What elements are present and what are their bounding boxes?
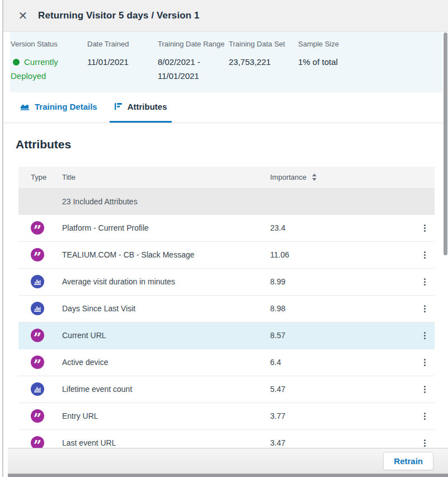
scrollbar-thumb[interactable] — [444, 32, 447, 255]
field-label: Date Trained — [87, 40, 158, 48]
table-row[interactable]: ” Current URL 8.57 — [18, 322, 435, 349]
field-training-date-range: Training Date Range 8/02/2021 - 11/01/20… — [158, 40, 227, 83]
kebab-menu-icon[interactable] — [422, 330, 428, 342]
attribute-importance: 3.77 — [270, 411, 412, 420]
tab-training-details[interactable]: Training Details — [16, 92, 102, 123]
kebab-menu-icon[interactable] — [422, 276, 428, 288]
attribute-importance: 6.4 — [270, 358, 412, 367]
attribute-title: Last event URL — [62, 438, 270, 447]
table-row[interactable]: ” Active device 6.4 — [18, 349, 435, 376]
column-header-importance: Importance — [270, 173, 306, 181]
field-training-data-set: Training Data Set 23,753,221 — [227, 40, 298, 83]
field-value: 23,753,221 — [229, 55, 298, 69]
kebab-menu-icon[interactable] — [422, 437, 428, 449]
field-label: Training Date Range — [158, 40, 227, 48]
tab-label: Attributes — [128, 102, 167, 111]
attribute-title: Average visit duration in minutes — [62, 277, 270, 286]
quotes-icon: ” — [31, 329, 44, 342]
quotes-icon: ” — [31, 409, 44, 423]
panel-header: ✕ Returning Visitor 5 days / Version 1 — [3, 0, 448, 32]
quotes-icon: ” — [31, 248, 44, 261]
retrain-button[interactable]: Retrain — [383, 452, 433, 470]
attribute-importance: 8.57 — [270, 331, 412, 340]
attribute-title: Active device — [62, 358, 270, 367]
field-version-status: Version Status Currently Deployed — [11, 40, 87, 83]
column-header-type: Type — [18, 173, 62, 181]
kebab-menu-icon[interactable] — [422, 357, 428, 368]
histogram-icon — [31, 302, 44, 315]
field-label: Sample Size — [298, 40, 442, 48]
kebab-menu-icon[interactable] — [422, 410, 428, 422]
field-sample-size: Sample Size 1% of total — [298, 40, 442, 83]
histogram-icon — [31, 382, 44, 396]
group-row: 23 Included Attributes — [18, 188, 435, 215]
bar-gauge-icon — [114, 102, 122, 111]
kebab-menu-icon[interactable] — [422, 303, 428, 315]
table-header-row: Type Title Importance — [18, 167, 435, 188]
field-value: Currently Deployed — [11, 55, 87, 83]
app-window: ✕ Returning Visitor 5 days / Version 1 V… — [0, 0, 448, 477]
table-row[interactable]: Lifetime event count 5.47 — [18, 376, 435, 403]
attributes-section: Attributes Type Title Importance 23 Incl… — [3, 123, 448, 477]
status-dot-icon — [13, 59, 20, 66]
kebab-menu-icon[interactable] — [422, 384, 428, 395]
field-value: 1% of total — [298, 55, 442, 69]
table-row[interactable]: ” Platform - Current Profile 23.4 — [18, 215, 435, 242]
attribute-title: Days Since Last Visit — [62, 304, 270, 313]
version-status-panel: Version Status Currently Deployed Date T… — [10, 32, 442, 92]
quotes-icon: ” — [31, 356, 44, 369]
tab-label: Training Details — [35, 102, 97, 111]
table-body: ” Platform - Current Profile 23.4 ” TEAL… — [18, 215, 435, 457]
slideover-panel: ✕ Returning Visitor 5 days / Version 1 V… — [3, 0, 448, 477]
sort-icon[interactable] — [312, 174, 317, 181]
bottom-strip — [8, 474, 448, 477]
field-value: 8/02/2021 - 11/01/2021 — [158, 55, 227, 83]
column-header-title: Title — [62, 173, 270, 181]
attribute-title: Platform - Current Profile — [62, 223, 270, 232]
attribute-importance: 23.4 — [270, 223, 412, 232]
tab-attributes[interactable]: Attributes — [110, 92, 172, 123]
attribute-importance: 5.47 — [270, 385, 412, 394]
kebab-menu-icon[interactable] — [422, 222, 428, 234]
panel-title: Returning Visitor 5 days / Version 1 — [38, 10, 200, 21]
panel-footer: Retrain — [8, 448, 448, 474]
field-date-trained: Date Trained 11/01/2021 — [87, 40, 158, 83]
table-row[interactable]: ” TEALIUM.COM - CB - Slack Message 11.06 — [18, 242, 435, 269]
attribute-importance: 8.99 — [270, 277, 412, 286]
attribute-importance: 3.47 — [270, 438, 412, 447]
area-chart-icon — [20, 102, 30, 111]
quotes-icon: ” — [31, 221, 44, 235]
attribute-title: Entry URL — [62, 411, 270, 420]
attribute-title: Lifetime event count — [62, 385, 270, 394]
histogram-icon — [31, 275, 44, 288]
attribute-importance: 11.06 — [270, 250, 412, 259]
group-row-label: 23 Included Attributes — [62, 197, 270, 206]
attribute-title: Current URL — [62, 331, 270, 340]
close-icon[interactable]: ✕ — [16, 8, 30, 23]
attributes-table: Type Title Importance 23 Included Attrib… — [18, 167, 435, 457]
field-value: 11/01/2021 — [87, 55, 158, 69]
table-row[interactable]: Average visit duration in minutes 8.99 — [18, 269, 435, 296]
tab-bar: Training Details Attributes — [3, 92, 448, 123]
attribute-importance: 8.98 — [270, 304, 412, 313]
section-heading: Attributes — [16, 138, 448, 151]
kebab-menu-icon[interactable] — [422, 249, 428, 261]
field-label: Training Data Set — [229, 40, 298, 48]
table-row[interactable]: ” Entry URL 3.77 — [18, 403, 435, 430]
table-row[interactable]: Days Since Last Visit 8.98 — [18, 296, 435, 322]
field-label: Version Status — [11, 40, 87, 48]
attribute-title: TEALIUM.COM - CB - Slack Message — [62, 250, 270, 259]
